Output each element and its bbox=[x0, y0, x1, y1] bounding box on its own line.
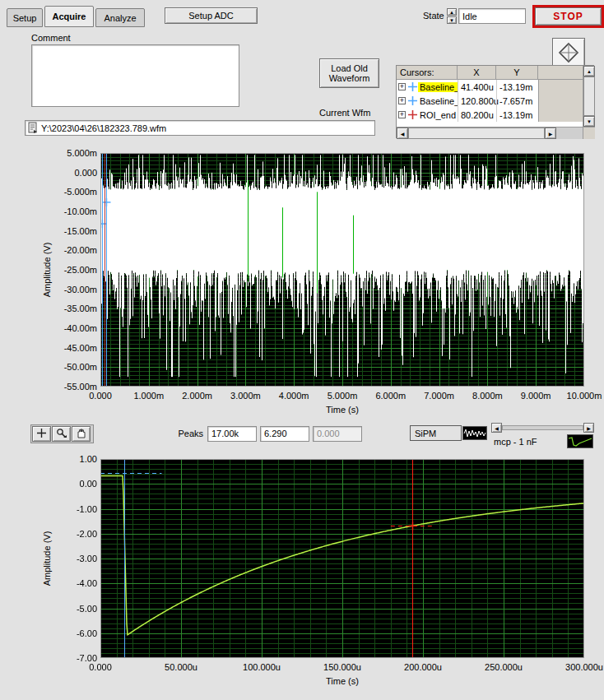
y-tick-label: -4.00 bbox=[51, 578, 97, 588]
scrollbar-thumb[interactable] bbox=[408, 127, 545, 139]
cursor-x-value[interactable]: 41.400u bbox=[458, 80, 496, 94]
scrollbar-thumb[interactable] bbox=[583, 76, 595, 116]
cursor-row[interactable]: + ROI_end 80.200u -13.19m bbox=[397, 108, 583, 122]
pan-tool-button[interactable] bbox=[72, 426, 91, 442]
scrollbar-track[interactable] bbox=[556, 127, 583, 139]
load-old-waveform-button[interactable]: Load Old Waveform bbox=[319, 58, 379, 88]
cursor-extra-cell bbox=[538, 108, 583, 122]
current-wfm-label: Current Wfm bbox=[319, 108, 370, 118]
x-tick-label: 200.000u bbox=[390, 662, 456, 672]
cursor-y-value[interactable]: -13.19m bbox=[496, 108, 538, 122]
cursor-x-value[interactable]: 120.800u bbox=[458, 94, 496, 108]
sipm-waveform-icon[interactable] bbox=[462, 426, 487, 440]
mcp-waveform-plot[interactable] bbox=[100, 459, 584, 658]
peaks-rate-value: 6.290 bbox=[264, 429, 287, 438]
cursor-name-cell[interactable]: Baseline_1 bbox=[418, 82, 458, 92]
decrement-icon[interactable]: ▼ bbox=[447, 16, 457, 24]
y-tick-label: -45.00m bbox=[51, 343, 97, 353]
scroll-right-icon[interactable]: ▶ bbox=[545, 127, 556, 139]
tab-setup[interactable]: Setup bbox=[7, 8, 43, 27]
y-tick-label: -15.00m bbox=[51, 226, 97, 236]
cursor-extra-cell bbox=[538, 80, 583, 94]
tab-acquire-label: Acquire bbox=[53, 12, 86, 21]
cursors-horizontal-scrollbar[interactable]: ◀ ▶ bbox=[397, 127, 595, 139]
stop-button[interactable]: STOP bbox=[535, 7, 602, 25]
y-tick-label: 1.00 bbox=[51, 454, 97, 464]
y-tick-label: -5.000m bbox=[51, 187, 97, 197]
scrollbar-corner bbox=[583, 127, 595, 139]
mcp-waveform-icon[interactable] bbox=[567, 434, 593, 448]
y-tick-label: -25.00m bbox=[51, 265, 97, 275]
main-waveform-plot[interactable] bbox=[100, 153, 584, 387]
peaks-rate-indicator[interactable]: 6.290 bbox=[260, 426, 309, 442]
cursor-name-cell[interactable]: ROI_end bbox=[418, 110, 458, 120]
expand-icon[interactable]: + bbox=[398, 97, 406, 104]
stop-button-panel: STOP bbox=[532, 5, 604, 28]
comment-label: Comment bbox=[31, 33, 71, 43]
scroll-down-icon[interactable]: ▼ bbox=[583, 116, 595, 127]
tab-analyze[interactable]: Analyze bbox=[95, 8, 145, 27]
wfm-path-control[interactable]: Y:\2023\04\26\182323.789.wfm bbox=[25, 120, 375, 136]
tab-setup-label: Setup bbox=[13, 13, 37, 23]
x-tick-label: 150.000u bbox=[309, 662, 375, 672]
x-tick-label: 250.000u bbox=[471, 662, 537, 672]
diamond-icon bbox=[557, 41, 580, 66]
cursor-y-value[interactable]: -13.19m bbox=[496, 80, 538, 94]
cursors-panel: Cursors: X Y + Baseline_1 41.400u -13.19… bbox=[396, 65, 594, 138]
x-tick-label: 10.000m bbox=[551, 391, 604, 401]
legend-scroll-left-icon[interactable]: ◀ bbox=[491, 423, 502, 433]
tab-acquire[interactable]: Acquire bbox=[44, 6, 94, 27]
cursor-icon bbox=[407, 96, 418, 105]
peaks-count-indicator[interactable]: 17.00k bbox=[207, 426, 257, 442]
magnifier-icon bbox=[56, 428, 67, 440]
cursor-row[interactable]: + Baseline_2 120.800u -7.657m bbox=[397, 94, 583, 108]
scroll-left-icon[interactable]: ◀ bbox=[397, 127, 408, 139]
hand-icon bbox=[76, 428, 86, 440]
extra-column-header bbox=[538, 66, 583, 79]
peaks-count-value: 17.00k bbox=[211, 429, 239, 438]
cursors-header-row: Cursors: X Y bbox=[397, 66, 583, 80]
state-value: Idle bbox=[462, 12, 477, 21]
y-tick-label: -5.00 bbox=[51, 604, 97, 614]
scroll-up-icon[interactable]: ▲ bbox=[583, 66, 595, 76]
peaks-extra-value: 0.000 bbox=[317, 429, 340, 438]
top-x-axis-label: Time (s) bbox=[313, 405, 372, 415]
state-stepper[interactable]: ▲ ▼ bbox=[447, 8, 457, 24]
cursor-tool-button[interactable] bbox=[32, 426, 51, 442]
increment-icon[interactable]: ▲ bbox=[447, 8, 457, 16]
state-label: State bbox=[423, 11, 444, 21]
y-column-header: Y bbox=[496, 66, 538, 79]
expand-icon[interactable]: + bbox=[398, 111, 406, 118]
graph-palette bbox=[30, 424, 94, 443]
setup-adc-button[interactable]: Setup ADC bbox=[165, 7, 258, 24]
legend-scroll-right-icon[interactable]: ▶ bbox=[583, 423, 594, 433]
mcp-legend-label[interactable]: mcp - 1 nF bbox=[494, 437, 537, 447]
y-tick-label: 5.000m bbox=[51, 148, 97, 158]
cursor-row[interactable]: + Baseline_1 41.400u -13.19m bbox=[397, 80, 583, 94]
cursor-name-cell[interactable]: Baseline_2 bbox=[418, 96, 458, 106]
stop-label: STOP bbox=[553, 11, 583, 22]
wfm-path-text: Y:\2023\04\26\182323.789.wfm bbox=[41, 123, 166, 133]
legend-scroll-track[interactable] bbox=[502, 425, 583, 430]
y-tick-label: -40.00m bbox=[51, 323, 97, 333]
sipm-legend[interactable]: SiPM bbox=[410, 425, 462, 441]
y-tick-label: -6.00 bbox=[51, 628, 97, 638]
y-tick-label: 0.00 bbox=[51, 479, 97, 489]
zoom-tool-button[interactable] bbox=[52, 426, 71, 442]
state-indicator[interactable]: Idle bbox=[458, 8, 526, 24]
x-tick-label: 300.000u bbox=[551, 662, 604, 672]
cursor-y-value[interactable]: -7.657m bbox=[496, 94, 538, 108]
cursors-vertical-scrollbar[interactable]: ▲ ▼ bbox=[583, 66, 595, 127]
expand-icon[interactable]: + bbox=[398, 83, 406, 90]
cursor-icon bbox=[407, 110, 418, 119]
comment-input[interactable] bbox=[31, 44, 239, 107]
cursor-x-value[interactable]: 80.200u bbox=[458, 108, 496, 122]
x-column-header: X bbox=[458, 66, 496, 79]
x-tick-label: 100.000u bbox=[229, 662, 295, 672]
y-tick-label: 0.000 bbox=[51, 168, 97, 178]
cursor-extra-cell bbox=[538, 94, 583, 108]
cursor-icon bbox=[407, 82, 418, 91]
setup-adc-label: Setup ADC bbox=[188, 11, 233, 21]
cursor-name-wrap: + Baseline_1 bbox=[397, 80, 458, 94]
x-tick-label: 50.000u bbox=[148, 662, 214, 672]
